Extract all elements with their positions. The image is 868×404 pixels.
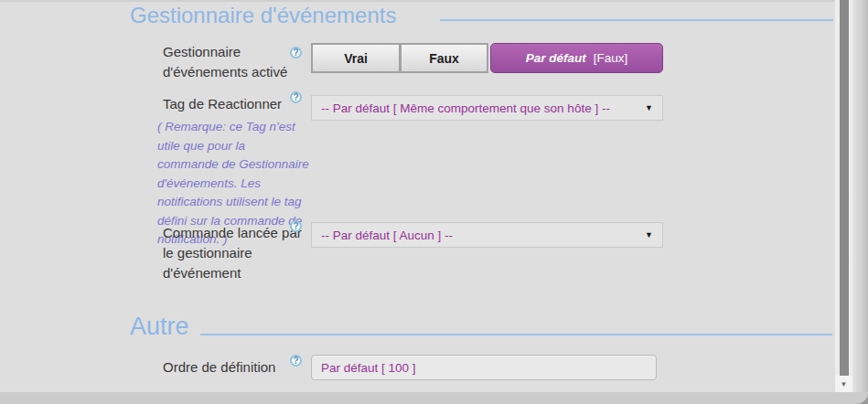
section-divider-line [440,19,833,21]
chevron-down-icon: ▼ [645,104,653,112]
event-handler-enabled-label: Gestionnaire d'événements activé [163,42,307,82]
vertical-scrollbar-thumb[interactable] [840,0,849,376]
reactionner-tag-select[interactable]: -- Par défaut [ Même comportement que so… [311,95,663,121]
enabled-default-button-selected[interactable]: Par défaut [Faux] [490,43,663,73]
reactionner-tag-selected-value: -- Par défaut [ Même comportement que so… [321,101,610,115]
event-handler-command-selected-value: -- Par défaut [ Aucun ] -- [321,229,453,242]
help-icon[interactable]: ? [290,91,302,103]
default-button-value: [Faux] [594,51,628,65]
window-right-frame [852,0,868,404]
help-icon[interactable]: ? [290,220,302,232]
section-title-other: Autre [130,313,189,341]
section-title-event-handler: Gestionnaire d'événements [130,3,396,28]
help-icon[interactable]: ? [290,47,302,58]
event-handler-command-select[interactable]: -- Par défaut [ Aucun ] -- ▼ [311,222,663,248]
enabled-false-button[interactable]: Faux [400,43,488,73]
window-bottom-bar [0,392,868,404]
chevron-down-icon: ▼ [645,231,653,239]
enabled-true-button[interactable]: Vrai [311,43,401,73]
definition-order-input[interactable] [311,355,657,380]
help-icon[interactable]: ? [290,355,302,367]
window-top-edge [0,0,868,2]
default-button-label: Par défaut [526,51,586,65]
event-handler-command-label: Commande lancée par le gestionnaire d'év… [163,223,311,283]
scroll-down-arrow-icon[interactable]: ▼ [835,376,852,393]
section-divider-line [200,334,832,335]
